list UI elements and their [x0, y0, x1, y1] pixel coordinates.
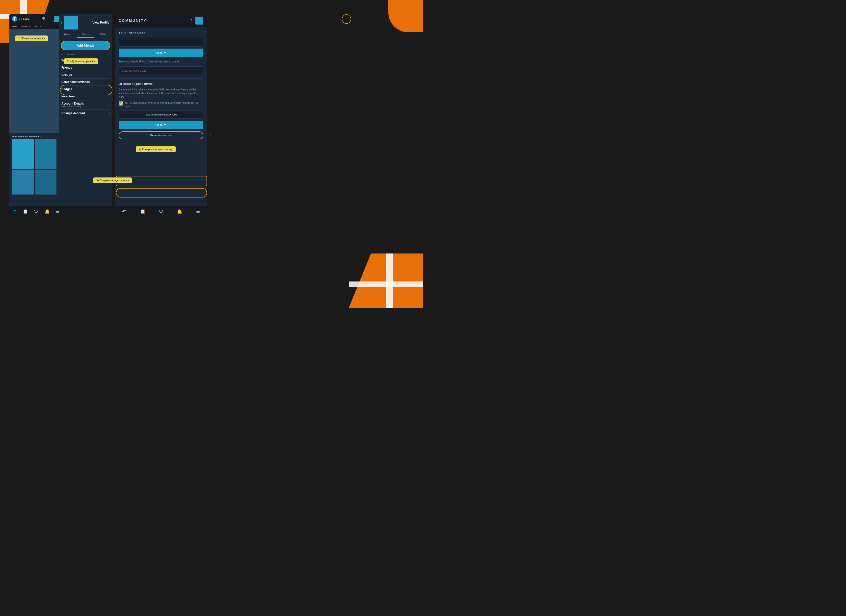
tab-wallet[interactable]: Wallet [94, 31, 112, 38]
community-title: COMMUNITY [119, 19, 147, 22]
tab-games[interactable]: Games [59, 31, 77, 38]
bottom-nav-middle [59, 206, 112, 217]
view-profile-button[interactable]: View Profile [91, 20, 110, 25]
steam-header: STEAM 🔍 ⋮ [9, 14, 63, 24]
annotation-step4: 4) Копируем новую ссылку [136, 146, 176, 152]
community-avatar[interactable] [195, 16, 203, 25]
game-card-4[interactable] [35, 170, 56, 194]
gift-decoration-bottom-right [349, 253, 423, 308]
annotation-step3: 3) Создаем новую ссылку [93, 178, 132, 183]
screenshots-videos-item[interactable]: Screenshots/Videos [62, 79, 110, 86]
friends-item[interactable]: Friends [62, 64, 110, 71]
right-panel: COMMUNITY ⋮ Your Friend Code COPY Enter … [115, 14, 207, 217]
copy-friend-code-button[interactable]: COPY [119, 49, 203, 57]
bottom-nav-right: 🏷 📋 🛡 🔔 ☰ [115, 206, 207, 217]
profile-tabs: Games Friends Wallet [59, 31, 112, 38]
invite-link-box: https://s.team/p/ваша/ссылка [119, 110, 203, 119]
library-icon[interactable]: 📋 [23, 209, 28, 214]
enter-friend-code-input[interactable] [119, 66, 203, 75]
quick-invite-title: Or send a Quick Invite [119, 82, 203, 86]
steam-logo-icon [12, 16, 17, 22]
tab-friends[interactable]: Friends [77, 31, 95, 38]
hamburger-icon-right[interactable]: ☰ [196, 209, 200, 214]
middle-phone: ‹ View Profile Games Friends Wallet Add … [59, 14, 112, 217]
check-circle-icon: ✅ [119, 101, 123, 106]
my-content-label: MY CONTENT [62, 53, 110, 56]
account-details-item[interactable]: Account Details Store, Security, Family … [62, 100, 110, 110]
game-card-2[interactable] [35, 139, 56, 169]
profile-header-row: ‹ View Profile [59, 14, 112, 31]
add-friends-button[interactable]: Add friends [61, 41, 110, 50]
inventory-item[interactable]: Inventory [62, 93, 110, 100]
quick-invite-desc: Generate a link to share via email or SM… [119, 88, 203, 99]
store-icon[interactable]: 🏷 [12, 209, 16, 214]
copy-invite-link-button[interactable]: COPY [119, 121, 203, 129]
profile-avatar [64, 16, 78, 29]
store-content-area [9, 29, 63, 133]
community-header: COMMUNITY ⋮ [115, 14, 207, 28]
generate-new-link-button[interactable]: Generate new link [119, 131, 203, 139]
library-icon-right[interactable]: 📋 [140, 209, 145, 214]
note-text: NOTE: Each link can only be used once an… [125, 101, 203, 108]
friend-code-display [119, 37, 203, 47]
nav-wallet[interactable]: WALLET [34, 25, 43, 28]
change-account-item[interactable]: Change Account › [62, 110, 110, 117]
more-icon[interactable]: ⋮ [48, 17, 52, 21]
community-more-icon[interactable]: ⋮ [189, 18, 194, 23]
badges-item[interactable]: Badges [62, 86, 110, 93]
steam-logo-text: STEAM [19, 18, 30, 20]
friend-code-section: Your Friend Code COPY Enter your friend'… [115, 28, 207, 78]
shield-icon[interactable]: 🛡 [34, 209, 38, 214]
featured-section: FEATURED & RECOMMENDED [9, 133, 63, 197]
annotation-step1: 1) Жмем на аватарку [15, 35, 48, 41]
search-icon[interactable]: 🔍 [42, 17, 46, 21]
gift-decoration-top-right [388, 0, 423, 32]
game-card-1[interactable] [12, 139, 34, 169]
friend-code-title: Your Friend Code [119, 31, 203, 35]
svg-point-1 [14, 18, 15, 19]
featured-title: FEATURED & RECOMMENDED [12, 135, 60, 138]
nav-menu[interactable]: MENU [12, 25, 19, 28]
game-card-3[interactable] [12, 170, 34, 194]
back-arrow-icon[interactable]: ‹ [61, 20, 62, 25]
bell-icon[interactable]: 🔔 [45, 209, 50, 214]
store-icon-right[interactable]: 🏷 [122, 209, 126, 214]
quick-invite-section: Or send a Quick Invite Generate a link t… [115, 79, 207, 143]
left-phone: STEAM 🔍 ⋮ MENU WISHLIST WALLET FEATURED … [9, 14, 63, 217]
groups-item[interactable]: Groups [62, 71, 110, 79]
nav-wishlist[interactable]: WISHLIST [21, 25, 32, 28]
friend-code-description: Enter your friend's Friend Code to invit… [119, 60, 203, 63]
bottom-nav-left: 🏷 📋 🛡 🔔 ☰ [9, 206, 63, 217]
nav-bar: MENU WISHLIST WALLET [9, 24, 63, 29]
shield-icon-right[interactable]: 🛡 [159, 209, 163, 214]
annotation-step2: 2) «Добавить друзей» [64, 58, 98, 64]
bell-icon-right[interactable]: 🔔 [177, 209, 182, 214]
